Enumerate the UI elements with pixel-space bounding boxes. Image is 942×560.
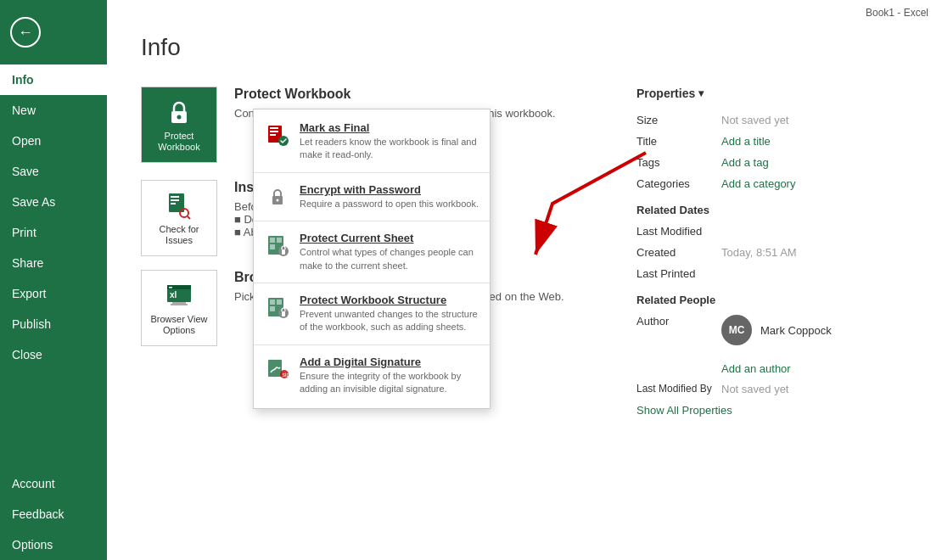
svg-rect-23 xyxy=(277,238,282,243)
lock-icon xyxy=(164,97,194,127)
prop-last-modified-by: Last Modified By Not saved yet xyxy=(636,383,908,395)
svg-rect-29 xyxy=(277,300,282,305)
properties-rows: Size Not saved yet Title Add a title Tag… xyxy=(636,114,908,190)
author-person: MC Mark Coppock xyxy=(721,315,832,345)
sidebar-item-new[interactable]: New xyxy=(0,95,107,126)
sidebar-item-save-as[interactable]: Save As xyxy=(0,187,107,217)
svg-rect-3 xyxy=(171,196,179,198)
add-author-link[interactable]: Add an author xyxy=(721,361,908,376)
dropdown-item-protect-structure[interactable]: Protect Workbook Structure Prevent unwan… xyxy=(254,287,490,341)
sidebar-item-feedback[interactable]: Feedback xyxy=(0,499,107,529)
main-content: Book1 - Excel Info ProtectWorkbook Prote… xyxy=(107,0,942,560)
back-arrow-icon: ← xyxy=(10,17,41,48)
sidebar-item-share[interactable]: Share xyxy=(0,248,107,278)
mark-final-icon xyxy=(264,121,291,148)
svg-rect-17 xyxy=(270,134,276,136)
title-bar: Book1 - Excel xyxy=(214,0,942,25)
prop-row-size: Size Not saved yet xyxy=(636,114,908,126)
sidebar-item-save[interactable]: Save xyxy=(0,156,107,187)
prop-row-categories: Categories Add a category xyxy=(636,177,908,190)
back-button[interactable]: ← xyxy=(0,7,51,58)
related-people-title: Related People xyxy=(636,294,908,306)
prop-author-row: Author MC Mark Coppock xyxy=(636,315,908,352)
svg-rect-4 xyxy=(171,199,179,201)
check-issues-label: Check forIssues xyxy=(159,224,199,246)
svg-rect-22 xyxy=(270,238,275,243)
svg-line-7 xyxy=(188,216,190,219)
encrypt-icon xyxy=(264,183,291,210)
dropdown-item-digital-sig[interactable]: sig Add a Digital Signature Ensure the i… xyxy=(254,349,490,403)
svg-rect-5 xyxy=(171,203,176,204)
svg-point-1 xyxy=(177,115,182,119)
svg-rect-28 xyxy=(270,300,275,305)
show-all-properties-link[interactable]: Show All Properties xyxy=(636,404,908,417)
prop-row-title: Title Add a title xyxy=(636,135,908,148)
sidebar-item-info[interactable]: Info xyxy=(0,64,107,95)
svg-rect-15 xyxy=(270,127,278,129)
sidebar-item-print[interactable]: Print xyxy=(0,217,107,248)
sidebar-item-publish[interactable]: Publish xyxy=(0,309,107,339)
svg-rect-13 xyxy=(171,304,188,305)
properties-panel: Properties ▾ Size Not saved yet Title Ad… xyxy=(636,87,908,417)
sidebar-item-open[interactable]: Open xyxy=(0,126,107,156)
inspect-icon xyxy=(164,190,194,221)
sidebar-item-export[interactable]: Export xyxy=(0,278,107,309)
protect-sheet-icon xyxy=(264,232,291,259)
digital-signature-icon: sig xyxy=(264,356,291,383)
svg-rect-24 xyxy=(270,244,275,249)
svg-rect-26 xyxy=(282,249,285,255)
related-dates-title: Related Dates xyxy=(636,204,908,216)
prop-created: Created Today, 8:51 AM xyxy=(636,246,908,259)
svg-text:sig: sig xyxy=(283,372,290,378)
dropdown-item-mark-final[interactable]: Mark as Final Let readers know the workb… xyxy=(254,115,490,169)
svg-rect-32 xyxy=(282,311,285,316)
page-title: Info xyxy=(141,34,908,61)
properties-title: Properties ▾ xyxy=(636,87,908,100)
browser-icon: xl xyxy=(164,280,194,311)
sidebar-item-close[interactable]: Close xyxy=(0,339,107,370)
prop-row-tags: Tags Add a tag xyxy=(636,156,908,169)
dropdown-item-encrypt[interactable]: Encrypt with Password Require a password… xyxy=(254,176,490,217)
protect-workbook-button[interactable]: ProtectWorkbook xyxy=(141,87,217,163)
protect-dropdown-menu: Mark as Final Let readers know the workb… xyxy=(253,109,491,409)
protect-structure-icon xyxy=(264,294,291,321)
browser-view-label: Browser ViewOptions xyxy=(150,314,207,336)
protect-workbook-label: ProtectWorkbook xyxy=(158,131,199,153)
dropdown-item-protect-sheet[interactable]: Protect Current Sheet Control what types… xyxy=(254,225,490,279)
svg-rect-16 xyxy=(270,131,278,132)
svg-point-20 xyxy=(277,199,279,201)
sidebar: ← Info New Open Save Save As Print Share… xyxy=(0,0,107,560)
svg-rect-30 xyxy=(270,306,275,311)
svg-text:xl: xl xyxy=(170,290,177,300)
svg-rect-10 xyxy=(169,287,172,288)
prop-last-printed: Last Printed xyxy=(636,267,908,280)
browser-view-button[interactable]: xl Browser ViewOptions xyxy=(141,270,217,346)
svg-rect-12 xyxy=(172,302,186,304)
prop-last-modified: Last Modified xyxy=(636,225,908,238)
avatar: MC xyxy=(721,315,752,345)
sidebar-item-options[interactable]: Options xyxy=(0,529,107,560)
sidebar-item-account[interactable]: Account xyxy=(0,468,107,499)
check-issues-button[interactable]: Check forIssues xyxy=(141,180,217,256)
